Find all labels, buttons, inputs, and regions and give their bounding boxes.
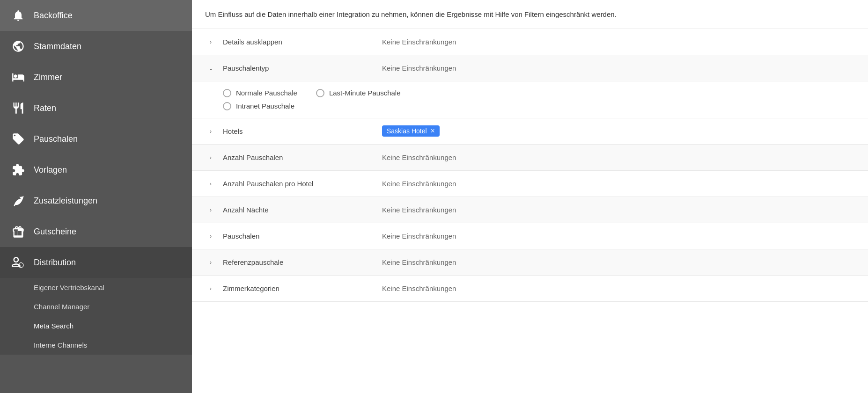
filter-label-pauschalentyp: Pauschalentyp	[223, 64, 382, 72]
sidebar-sub-item-interne-channels[interactable]: Interne Channels	[0, 335, 192, 355]
hotel-badge-close[interactable]: ×	[431, 127, 435, 135]
filter-value-zimmerkategorien: Keine Einschränkungen	[382, 284, 456, 292]
bell-icon	[11, 8, 25, 22]
filter-label-zimmerkategorien: Zimmerkategorien	[223, 284, 382, 292]
filter-row-pauschalen: › Pauschalen Keine Einschränkungen	[192, 223, 868, 249]
leaf-icon	[11, 194, 25, 208]
sidebar-item-zimmer[interactable]: Zimmer	[0, 62, 192, 93]
sidebar-item-backoffice-label: Backoffice	[34, 11, 73, 21]
filter-value-anzahl-naechte: Keine Einschränkungen	[382, 206, 456, 214]
sidebar-item-raten[interactable]: Raten	[0, 93, 192, 124]
globe-icon	[11, 39, 25, 53]
sidebar-item-zusatzleistungen-label: Zusatzleistungen	[34, 196, 97, 206]
filter-row-anzahl-pauschalen-pro-hotel: › Anzahl Pauschalen pro Hotel Keine Eins…	[192, 171, 868, 197]
chevron-right-icon-hotels[interactable]: ›	[205, 125, 216, 137]
filter-row-referenzpauschale: › Referenzpauschale Keine Einschränkunge…	[192, 249, 868, 276]
sidebar-sub-item-eigener-vertriebskanal[interactable]: Eigener Vertriebskanal	[0, 278, 192, 297]
filter-label-anzahl-pauschalen: Anzahl Pauschalen	[223, 153, 382, 161]
chevron-right-icon-referenzpauschale[interactable]: ›	[205, 256, 216, 268]
chevron-right-icon-anzahl-pro-hotel[interactable]: ›	[205, 178, 216, 189]
radio-normale-pauschale[interactable]: Normale Pauschale	[223, 89, 297, 97]
sidebar-item-gutscheine-label: Gutscheine	[34, 227, 76, 237]
chevron-right-icon-zimmerkategorien[interactable]: ›	[205, 283, 216, 294]
filter-label-pauschalen: Pauschalen	[223, 232, 382, 240]
network-icon	[11, 255, 25, 269]
hotel-badge: Saskias Hotel ×	[382, 125, 440, 137]
radio-last-minute-pauschale[interactable]: Last-Minute Pauschale	[316, 89, 401, 97]
chevron-down-icon[interactable]: ⌄	[205, 62, 216, 73]
filter-label-anzahl-naechte: Anzahl Nächte	[223, 206, 382, 214]
filter-label-referenzpauschale: Referenzpauschale	[223, 258, 382, 266]
filter-value-anzahl-pauschalen: Keine Einschränkungen	[382, 153, 456, 161]
sidebar-item-pauschalen-label: Pauschalen	[34, 134, 78, 144]
sidebar-item-pauschalen[interactable]: Pauschalen	[0, 124, 192, 154]
sidebar-item-stammdaten[interactable]: Stammdaten	[0, 31, 192, 62]
sidebar-sub-item-channel-manager[interactable]: Channel Manager	[0, 297, 192, 316]
filter-value-details-ausklappen: Keine Einschränkungen	[382, 38, 456, 46]
sidebar-item-stammdaten-label: Stammdaten	[34, 42, 81, 51]
filter-value-pauschalentyp: Keine Einschränkungen	[382, 64, 456, 72]
filter-row-hotels: › Hotels Saskias Hotel ×	[192, 118, 868, 145]
gift-icon	[11, 225, 25, 239]
filter-value-referenzpauschale: Keine Einschränkungen	[382, 258, 456, 266]
filter-row-details-ausklappen: › Details ausklappen Keine Einschränkung…	[192, 29, 868, 55]
radio-intranet-pauschale[interactable]: Intranet Pauschale	[223, 102, 294, 110]
radio-label-intranet: Intranet Pauschale	[236, 102, 294, 110]
sidebar-item-distribution[interactable]: Distribution	[0, 247, 192, 278]
sidebar-item-gutscheine[interactable]: Gutscheine	[0, 216, 192, 247]
filter-label-details-ausklappen: Details ausklappen	[223, 38, 382, 46]
tag-icon	[11, 132, 25, 146]
chevron-right-icon-anzahl-pauschalen[interactable]: ›	[205, 152, 216, 163]
filter-row-anzahl-pauschalen: › Anzahl Pauschalen Keine Einschränkunge…	[192, 145, 868, 171]
filter-row-anzahl-naechte: › Anzahl Nächte Keine Einschränkungen	[192, 197, 868, 223]
filter-label-anzahl-pro-hotel: Anzahl Pauschalen pro Hotel	[223, 180, 382, 188]
sidebar-item-raten-label: Raten	[34, 103, 56, 113]
sidebar-item-vorlagen-label: Vorlagen	[34, 165, 67, 175]
sidebar-item-backoffice[interactable]: Backoffice	[0, 0, 192, 31]
filter-label-hotels: Hotels	[223, 127, 382, 135]
radio-label-normale: Normale Pauschale	[236, 89, 297, 97]
filter-value-pauschalen: Keine Einschränkungen	[382, 232, 456, 240]
radio-circle-intranet	[223, 102, 231, 110]
puzzle-icon	[11, 163, 25, 177]
radio-row-2: Intranet Pauschale	[223, 102, 855, 110]
utensils-icon	[11, 101, 25, 115]
filter-row-zimmerkategorien: › Zimmerkategorien Keine Einschränkungen	[192, 276, 868, 302]
radio-label-last-minute: Last-Minute Pauschale	[329, 89, 401, 97]
hotel-badge-text: Saskias Hotel	[387, 127, 427, 135]
bed-icon	[11, 70, 25, 84]
sidebar-item-zusatzleistungen[interactable]: Zusatzleistungen	[0, 185, 192, 216]
chevron-right-icon-pauschalen[interactable]: ›	[205, 230, 216, 241]
sidebar-sub-item-meta-search[interactable]: Meta Search	[0, 316, 192, 335]
sidebar-item-zimmer-label: Zimmer	[34, 73, 62, 82]
main-content: Um Einfluss auf die Daten innerhalb eine…	[192, 0, 868, 393]
sidebar-item-vorlagen[interactable]: Vorlagen	[0, 154, 192, 185]
sidebar: Backoffice Stammdaten Zimmer Raten Pausc…	[0, 0, 192, 393]
chevron-right-icon[interactable]: ›	[205, 36, 216, 47]
intro-text: Um Einfluss auf die Daten innerhalb eine…	[192, 0, 868, 29]
filter-value-anzahl-pro-hotel: Keine Einschränkungen	[382, 180, 456, 188]
radio-circle-normale	[223, 89, 231, 97]
sidebar-item-distribution-label: Distribution	[34, 258, 76, 268]
chevron-right-icon-anzahl-naechte[interactable]: ›	[205, 204, 216, 215]
radio-circle-last-minute	[316, 89, 324, 97]
radio-section-pauschalentyp: Normale Pauschale Last-Minute Pauschale …	[192, 81, 868, 118]
radio-row-1: Normale Pauschale Last-Minute Pauschale	[223, 89, 855, 97]
filter-row-pauschalentyp: ⌄ Pauschalentyp Keine Einschränkungen	[192, 55, 868, 81]
